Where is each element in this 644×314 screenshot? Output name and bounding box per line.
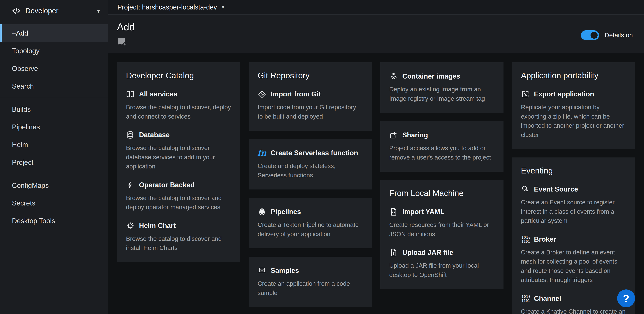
book-plus-icon[interactable] (117, 37, 128, 46)
card-column-1: Developer CatalogAll servicesBrowse the … (117, 62, 240, 262)
sidebar-item-helm[interactable]: Helm (0, 136, 108, 154)
sidebar-item-pipelines[interactable]: Pipelines (0, 118, 108, 136)
add-page-content: Developer CatalogAll servicesBrowse the … (108, 53, 644, 314)
card-title: Git Repository (258, 71, 363, 80)
item-helm-chart[interactable]: Helm ChartBrowse the catalog to discover… (126, 222, 231, 253)
card-column-2: Git RepositoryImport from GitImport code… (249, 62, 372, 307)
tekton-icon (258, 208, 266, 216)
item-title: Export application (534, 90, 594, 98)
item-title: Event Source (534, 185, 578, 193)
card-developer-catalog[interactable]: Developer CatalogAll servicesBrowse the … (117, 62, 240, 262)
item-event-source[interactable]: Event SourceCreate an Event source to re… (521, 185, 626, 225)
sidebar-divider (0, 98, 108, 98)
card-title: Developer Catalog (126, 71, 231, 80)
card-samples[interactable]: SamplesCreate an application from a code… (249, 257, 372, 307)
card-column-3: Container imagesDeploy an existing Image… (380, 62, 504, 289)
item-description: Deploy an existing Image from an Image r… (389, 85, 494, 103)
item-description: Create an application from a code sample (258, 279, 363, 298)
item-title: Broker (534, 236, 556, 243)
book-icon (126, 90, 134, 98)
share-icon (389, 131, 398, 139)
app-root: Developer ▾ +AddTopologyObserveSearchBui… (0, 0, 644, 314)
item-title: Import YAML (402, 208, 444, 216)
item-channel[interactable]: 101011011ChannelCreate a Knative Channel… (521, 294, 626, 314)
bolt-icon (126, 181, 134, 189)
sidebar-item-search[interactable]: Search (0, 77, 108, 95)
item-title: Helm Chart (139, 222, 176, 230)
item-operator-backed[interactable]: Operator BackedBrowse the catalog to dis… (126, 181, 231, 212)
item-all-services[interactable]: All servicesBrowse the catalog to discov… (126, 90, 231, 121)
svg-text:11011: 11011 (521, 239, 530, 244)
item-pipelines[interactable]: PipelinesCreate a Tekton Pipeline to aut… (258, 208, 363, 239)
sidebar-item-observe[interactable]: Observe (0, 60, 108, 77)
cards-grid: Developer CatalogAll servicesBrowse the … (117, 62, 635, 314)
card-create-serverless-function[interactable]: fnCreate Serverless functionCreate and d… (249, 139, 372, 190)
item-container-images[interactable]: Container imagesDeploy an existing Image… (389, 72, 494, 103)
card-column-4: Application portabilityExport applicatio… (512, 62, 635, 314)
help-button-label: ? (623, 293, 629, 305)
card-from-local-machine[interactable]: From Local MachineImport YAMLCreate reso… (380, 180, 504, 289)
details-toggle[interactable] (581, 30, 599, 40)
card-pipelines[interactable]: PipelinesCreate a Tekton Pipeline to aut… (249, 198, 372, 248)
item-description: Replicate your application by exporting … (521, 103, 626, 139)
card-application-portability[interactable]: Application portabilityExport applicatio… (512, 62, 635, 149)
file-upload-icon (389, 248, 398, 257)
item-upload-jar-file[interactable]: Upload JAR fileUpload a JAR file from yo… (389, 248, 494, 279)
sidebar-item-configmaps[interactable]: ConfigMaps (0, 177, 108, 194)
perspective-switcher[interactable]: Developer ▾ (0, 0, 108, 22)
item-import-yaml[interactable]: Import YAMLCreate resources from their Y… (389, 208, 494, 239)
item-description: Import code from your Git repository to … (258, 103, 363, 121)
help-button[interactable]: ? (617, 290, 635, 307)
svg-text:1010: 1010 (521, 235, 530, 240)
sidebar-item-desktop-tools[interactable]: Desktop Tools (0, 212, 108, 230)
sidebar-item-secrets[interactable]: Secrets (0, 194, 108, 212)
samples-icon (258, 266, 266, 275)
card-git-repository[interactable]: Git RepositoryImport from GitImport code… (249, 62, 372, 131)
item-title: Operator Backed (139, 181, 194, 189)
project-selector[interactable]: Project: harshcasper-localsta-dev ▾ (118, 3, 224, 11)
database-icon (126, 131, 134, 139)
item-title: Sharing (402, 131, 428, 139)
item-description: Create an Event source to register inter… (521, 198, 626, 225)
item-description: Browse the catalog to discover and insta… (126, 234, 231, 253)
sidebar-item-topology[interactable]: Topology (0, 42, 108, 60)
chevron-down-icon: ▾ (97, 8, 100, 14)
card-sharing[interactable]: SharingProject access allows you to add … (380, 121, 504, 172)
item-description: Create and deploy stateless, Serverless … (258, 161, 363, 180)
item-description: Browse the catalog to discover, deploy a… (126, 103, 231, 121)
item-title: Import from Git (271, 90, 321, 98)
card-title: Eventing (521, 166, 626, 175)
item-broker[interactable]: 101011011BrokerCreate a Broker to define… (521, 235, 626, 285)
item-description: Project access allows you to add or remo… (389, 143, 494, 162)
event-source-icon (521, 185, 530, 194)
card-title: From Local Machine (389, 189, 494, 198)
card-container-images[interactable]: Container imagesDeploy an existing Image… (380, 62, 504, 113)
item-export-application[interactable]: Export applicationReplicate your applica… (521, 90, 626, 139)
card-title: Application portability (521, 71, 626, 80)
export-icon (521, 90, 530, 98)
item-description: Browse the catalog to discover and deplo… (126, 193, 231, 212)
item-title: Samples (271, 267, 299, 275)
helm-icon (126, 222, 134, 230)
item-create-serverless-function[interactable]: fnCreate Serverless functionCreate and d… (258, 149, 363, 180)
chevron-down-icon: ▾ (222, 4, 224, 10)
item-title: All services (139, 90, 178, 98)
sidebar-item-add[interactable]: +Add (0, 24, 108, 42)
sidebar-item-project[interactable]: Project (0, 154, 108, 171)
page-header: Add Details on (108, 14, 644, 53)
item-description: Create a Broker to define an event mesh … (521, 248, 626, 285)
item-title: Channel (534, 295, 561, 303)
page-title: Add (117, 21, 633, 32)
card-eventing[interactable]: EventingEvent SourceCreate an Event sour… (512, 157, 635, 314)
item-description: Create resources from their YAML or JSON… (389, 220, 494, 239)
item-database[interactable]: DatabaseBrowse the catalog to discover d… (126, 131, 231, 171)
fn-icon: fn (258, 149, 266, 157)
perspective-label: Developer (25, 7, 97, 15)
sidebar: Developer ▾ +AddTopologyObserveSearchBui… (0, 0, 108, 314)
item-samples[interactable]: SamplesCreate an application from a code… (258, 266, 363, 298)
item-title: Pipelines (271, 208, 301, 216)
item-sharing[interactable]: SharingProject access allows you to add … (389, 131, 494, 162)
main-area: Project: harshcasper-localsta-dev ▾ Add … (108, 0, 644, 314)
sidebar-item-builds[interactable]: Builds (0, 100, 108, 118)
item-import-from-git[interactable]: Import from GitImport code from your Git… (258, 90, 363, 121)
